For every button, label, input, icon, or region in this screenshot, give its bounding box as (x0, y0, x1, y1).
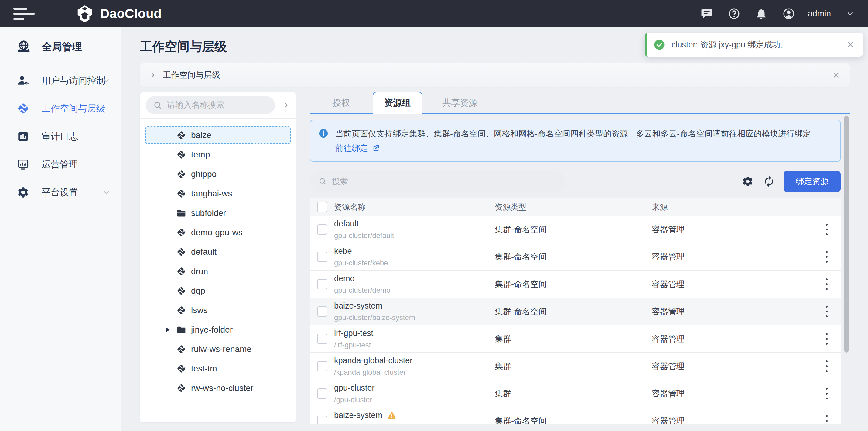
bell-icon[interactable] (755, 7, 768, 20)
row-checkbox[interactable] (317, 389, 328, 399)
tree-item-demo-gpu-ws[interactable]: demo-gpu-ws (145, 224, 291, 241)
tree-search-input[interactable] (166, 100, 268, 110)
refresh-icon[interactable] (763, 175, 775, 188)
expand-arrow-icon[interactable] (164, 326, 172, 334)
search-icon (318, 177, 327, 186)
topbar: DaoCloud admin (0, 0, 868, 27)
column-header-source: 来源 (645, 199, 805, 216)
resource-path: gpu-cluster/kebe (334, 259, 388, 267)
kebab-menu-icon[interactable] (822, 384, 832, 403)
sidebar: 全局管理 用户与访问控制 工作空间与层级 审计日志 运营管理 平台设置 (0, 27, 122, 431)
user-name[interactable]: admin (808, 9, 831, 19)
resource-source: 容器管理 (645, 407, 805, 424)
audit-log-icon (17, 130, 29, 143)
gear-icon[interactable] (742, 175, 754, 188)
resource-type: 集群-命名空间 (488, 298, 645, 325)
chevron-right-icon[interactable] (149, 71, 157, 79)
close-icon[interactable] (832, 70, 841, 80)
table-toolbar: 绑定资源 (310, 170, 841, 193)
tree-item-subfolder[interactable]: subfolder (145, 204, 291, 222)
tree-item-rw-ws-no-cluster[interactable]: rw-ws-no-cluster (145, 379, 291, 397)
success-toast: cluster: 资源 jxy-gpu 绑定成功。 (645, 33, 863, 57)
hamburger-menu-icon[interactable] (13, 6, 35, 22)
row-checkbox[interactable] (317, 416, 328, 424)
sidebar-header-label: 全局管理 (42, 40, 82, 54)
panel-collapse-icon[interactable] (282, 100, 291, 110)
success-check-icon (654, 39, 665, 50)
column-header-name: 资源名称 (334, 202, 366, 212)
row-checkbox[interactable] (317, 306, 328, 317)
tree-item-dqp[interactable]: dqp (145, 282, 291, 300)
table-search-input[interactable] (331, 177, 556, 186)
table-row: kebe gpu-cluster/kebe 集群-命名空间 容器管理 (310, 243, 841, 270)
chevron-down-icon[interactable] (845, 9, 855, 18)
tree-search-row (140, 92, 296, 118)
resource-source: 容器管理 (645, 216, 805, 243)
tree-item-baize[interactable]: baize (145, 126, 291, 144)
breadcrumb-label[interactable]: 工作空间与层级 (163, 69, 220, 81)
bind-resource-button[interactable]: 绑定资源 (783, 171, 841, 192)
tab-资源组[interactable]: 资源组 (373, 92, 423, 114)
row-checkbox[interactable] (317, 361, 328, 371)
close-icon[interactable] (846, 40, 855, 49)
workspace-tree: baize temp ghippo tanghai-ws subfolder d… (140, 118, 296, 397)
tree-item-ruiw-ws-rename[interactable]: ruiw-ws-rename (145, 340, 291, 358)
kebab-menu-icon[interactable] (822, 357, 832, 375)
row-checkbox[interactable] (317, 279, 328, 289)
message-icon[interactable] (700, 7, 713, 20)
tree-item-jinye-folder[interactable]: jinye-folder (145, 321, 291, 339)
select-all-checkbox[interactable] (317, 202, 328, 212)
resource-table: 资源名称 资源类型 来源 default gpu-c (310, 198, 841, 424)
banner-link[interactable]: 前往绑定 (335, 142, 368, 154)
globe-icon (16, 39, 32, 55)
tab-共享资源[interactable]: 共享资源 (423, 92, 497, 114)
vertical-scrollbar[interactable] (844, 115, 848, 352)
workspace-icon (177, 150, 186, 160)
resource-name: kpanda-global-cluster (334, 356, 412, 365)
sidebar-item-0[interactable]: 用户与访问控制 (0, 66, 121, 94)
column-header-action (805, 199, 841, 216)
breadcrumb: 工作空间与层级 (140, 63, 850, 87)
help-icon[interactable] (728, 7, 740, 20)
row-checkbox[interactable] (317, 334, 328, 344)
kebab-menu-icon[interactable] (822, 275, 832, 293)
info-icon (318, 128, 329, 139)
workspace-icon (177, 189, 186, 199)
resource-path: gpu-cluster/demo (334, 286, 390, 294)
tree-item-tanghai-ws[interactable]: tanghai-ws (145, 185, 291, 202)
resource-source: 容器管理 (645, 325, 805, 352)
tree-item-drun[interactable]: drun (145, 263, 291, 280)
topbar-actions: admin (700, 7, 855, 20)
resource-path: /gpu-cluster (334, 396, 375, 404)
resource-type: 集群-命名空间 (488, 216, 645, 243)
table-search (310, 170, 565, 193)
workspace-icon (177, 306, 186, 315)
avatar-icon[interactable] (782, 7, 795, 20)
kebab-menu-icon[interactable] (822, 303, 832, 321)
resource-source: 容器管理 (645, 352, 805, 380)
tree-item-default[interactable]: default (145, 243, 291, 261)
sidebar-item-3[interactable]: 运营管理 (0, 150, 121, 178)
kebab-menu-icon[interactable] (822, 248, 832, 266)
resource-name: gpu-cluster (334, 383, 375, 393)
kebab-menu-icon[interactable] (822, 412, 832, 424)
kebab-menu-icon[interactable] (822, 330, 832, 348)
sidebar-item-4[interactable]: 平台设置 (0, 178, 121, 206)
row-checkbox[interactable] (317, 252, 328, 262)
tree-item-ghippo[interactable]: ghippo (145, 165, 291, 183)
folder-icon (177, 325, 186, 335)
tree-item-test-tm[interactable]: test-tm (145, 360, 291, 377)
kebab-menu-icon[interactable] (822, 220, 832, 238)
tree-item-lsws[interactable]: lsws (145, 301, 291, 319)
tab-授权[interactable]: 授权 (310, 92, 373, 114)
row-checkbox[interactable] (317, 224, 328, 235)
chevron-down-icon (102, 76, 111, 85)
tree-item-temp[interactable]: temp (145, 146, 291, 164)
sidebar-header[interactable]: 全局管理 (0, 27, 121, 64)
sidebar-item-2[interactable]: 审计日志 (0, 122, 121, 150)
sidebar-item-1[interactable]: 工作空间与层级 (0, 94, 121, 122)
resource-type: 集群-命名空间 (488, 407, 645, 424)
external-link-icon[interactable] (372, 144, 380, 152)
warning-icon (387, 411, 396, 420)
search-icon (153, 100, 162, 110)
